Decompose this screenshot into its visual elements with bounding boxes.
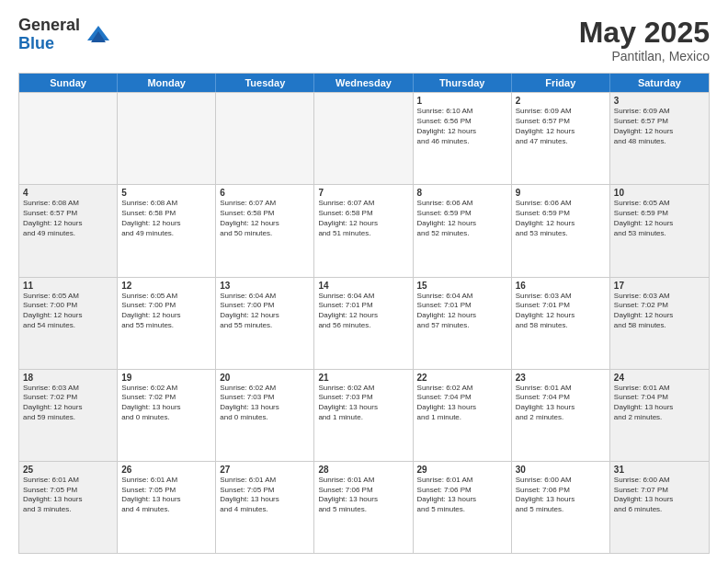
day-header-sunday: Sunday <box>19 74 118 92</box>
day-number: 21 <box>318 373 408 383</box>
cal-cell-25: 25Sunrise: 6:01 AM Sunset: 7:05 PM Dayli… <box>19 462 118 553</box>
logo: General Blue <box>18 17 111 53</box>
calendar: SundayMondayTuesdayWednesdayThursdayFrid… <box>18 73 710 554</box>
cal-cell-empty-0-0 <box>19 93 118 184</box>
day-info: Sunrise: 6:03 AM Sunset: 7:01 PM Dayligh… <box>516 292 606 331</box>
cal-cell-21: 21Sunrise: 6:02 AM Sunset: 7:03 PM Dayli… <box>314 370 413 461</box>
day-header-tuesday: Tuesday <box>216 74 314 92</box>
day-info: Sunrise: 6:02 AM Sunset: 7:03 PM Dayligh… <box>220 384 310 423</box>
day-info: Sunrise: 6:01 AM Sunset: 7:06 PM Dayligh… <box>318 476 408 515</box>
cal-cell-28: 28Sunrise: 6:01 AM Sunset: 7:06 PM Dayli… <box>314 462 413 553</box>
day-number: 22 <box>417 373 507 383</box>
day-number: 30 <box>516 465 606 475</box>
header: General Blue May 2025 Pantitlan, Mexico <box>18 17 710 63</box>
day-info: Sunrise: 6:07 AM Sunset: 6:58 PM Dayligh… <box>318 199 408 238</box>
day-number: 27 <box>220 465 310 475</box>
day-number: 16 <box>516 281 606 291</box>
cal-cell-20: 20Sunrise: 6:02 AM Sunset: 7:03 PM Dayli… <box>216 370 314 461</box>
day-info: Sunrise: 6:09 AM Sunset: 6:57 PM Dayligh… <box>614 107 705 146</box>
day-info: Sunrise: 6:04 AM Sunset: 7:01 PM Dayligh… <box>417 292 507 331</box>
day-number: 7 <box>318 188 408 198</box>
day-number: 10 <box>614 188 705 198</box>
cal-cell-23: 23Sunrise: 6:01 AM Sunset: 7:04 PM Dayli… <box>512 370 610 461</box>
logo-icon <box>85 22 111 48</box>
day-header-monday: Monday <box>118 74 216 92</box>
cal-cell-24: 24Sunrise: 6:01 AM Sunset: 7:04 PM Dayli… <box>610 370 709 461</box>
cal-cell-19: 19Sunrise: 6:02 AM Sunset: 7:02 PM Dayli… <box>118 370 216 461</box>
day-number: 24 <box>614 373 705 383</box>
location: Pantitlan, Mexico <box>579 49 710 63</box>
cal-cell-8: 8Sunrise: 6:06 AM Sunset: 6:59 PM Daylig… <box>414 185 512 276</box>
day-info: Sunrise: 6:08 AM Sunset: 6:58 PM Dayligh… <box>121 199 211 238</box>
day-info: Sunrise: 6:01 AM Sunset: 7:06 PM Dayligh… <box>417 476 507 515</box>
week-row-3: 11Sunrise: 6:05 AM Sunset: 7:00 PM Dayli… <box>19 277 709 369</box>
day-info: Sunrise: 6:06 AM Sunset: 6:59 PM Dayligh… <box>417 199 507 238</box>
logo-general: General <box>18 17 80 35</box>
day-number: 6 <box>220 188 310 198</box>
day-number: 4 <box>23 188 113 198</box>
day-info: Sunrise: 6:07 AM Sunset: 6:58 PM Dayligh… <box>220 199 310 238</box>
cal-cell-12: 12Sunrise: 6:05 AM Sunset: 7:00 PM Dayli… <box>118 278 216 369</box>
day-info: Sunrise: 6:04 AM Sunset: 7:00 PM Dayligh… <box>220 292 310 331</box>
cal-cell-30: 30Sunrise: 6:00 AM Sunset: 7:06 PM Dayli… <box>512 462 610 553</box>
cal-cell-31: 31Sunrise: 6:00 AM Sunset: 7:07 PM Dayli… <box>610 462 709 553</box>
day-number: 9 <box>516 188 606 198</box>
cal-cell-9: 9Sunrise: 6:06 AM Sunset: 6:59 PM Daylig… <box>512 185 610 276</box>
day-number: 14 <box>318 281 408 291</box>
day-number: 2 <box>516 96 606 106</box>
day-number: 19 <box>121 373 211 383</box>
day-info: Sunrise: 6:05 AM Sunset: 7:00 PM Dayligh… <box>23 292 113 331</box>
day-number: 31 <box>614 465 705 475</box>
cal-cell-27: 27Sunrise: 6:01 AM Sunset: 7:05 PM Dayli… <box>216 462 314 553</box>
cal-cell-empty-0-3 <box>314 93 413 184</box>
day-info: Sunrise: 6:10 AM Sunset: 6:56 PM Dayligh… <box>417 107 507 146</box>
cal-cell-1: 1Sunrise: 6:10 AM Sunset: 6:56 PM Daylig… <box>414 93 512 184</box>
cal-cell-18: 18Sunrise: 6:03 AM Sunset: 7:02 PM Dayli… <box>19 370 118 461</box>
day-number: 5 <box>121 188 211 198</box>
day-info: Sunrise: 6:02 AM Sunset: 7:04 PM Dayligh… <box>417 384 507 423</box>
cal-cell-11: 11Sunrise: 6:05 AM Sunset: 7:00 PM Dayli… <box>19 278 118 369</box>
cal-cell-3: 3Sunrise: 6:09 AM Sunset: 6:57 PM Daylig… <box>610 93 709 184</box>
cal-cell-22: 22Sunrise: 6:02 AM Sunset: 7:04 PM Dayli… <box>414 370 512 461</box>
day-info: Sunrise: 6:01 AM Sunset: 7:05 PM Dayligh… <box>23 476 113 515</box>
day-info: Sunrise: 6:01 AM Sunset: 7:04 PM Dayligh… <box>516 384 606 423</box>
day-number: 1 <box>417 96 507 106</box>
page: General Blue May 2025 Pantitlan, Mexico … <box>0 0 728 563</box>
day-header-thursday: Thursday <box>414 74 512 92</box>
title-block: May 2025 Pantitlan, Mexico <box>579 17 710 63</box>
day-number: 11 <box>23 281 113 291</box>
day-number: 28 <box>318 465 408 475</box>
logo-text: General Blue <box>18 17 80 53</box>
day-info: Sunrise: 6:03 AM Sunset: 7:02 PM Dayligh… <box>23 384 113 423</box>
week-row-4: 18Sunrise: 6:03 AM Sunset: 7:02 PM Dayli… <box>19 369 709 461</box>
cal-cell-13: 13Sunrise: 6:04 AM Sunset: 7:00 PM Dayli… <box>216 278 314 369</box>
cal-cell-empty-0-2 <box>216 93 314 184</box>
week-row-1: 1Sunrise: 6:10 AM Sunset: 6:56 PM Daylig… <box>19 92 709 184</box>
day-header-friday: Friday <box>512 74 610 92</box>
calendar-body: 1Sunrise: 6:10 AM Sunset: 6:56 PM Daylig… <box>19 92 709 553</box>
day-number: 25 <box>23 465 113 475</box>
cal-cell-4: 4Sunrise: 6:08 AM Sunset: 6:57 PM Daylig… <box>19 185 118 276</box>
day-info: Sunrise: 6:01 AM Sunset: 7:05 PM Dayligh… <box>220 476 310 515</box>
week-row-2: 4Sunrise: 6:08 AM Sunset: 6:57 PM Daylig… <box>19 184 709 276</box>
day-number: 13 <box>220 281 310 291</box>
cal-cell-17: 17Sunrise: 6:03 AM Sunset: 7:02 PM Dayli… <box>610 278 709 369</box>
cal-cell-14: 14Sunrise: 6:04 AM Sunset: 7:01 PM Dayli… <box>314 278 413 369</box>
logo-blue: Blue <box>18 35 80 53</box>
day-info: Sunrise: 6:05 AM Sunset: 6:59 PM Dayligh… <box>614 199 705 238</box>
day-info: Sunrise: 6:01 AM Sunset: 7:04 PM Dayligh… <box>614 384 705 423</box>
cal-cell-26: 26Sunrise: 6:01 AM Sunset: 7:05 PM Dayli… <box>118 462 216 553</box>
day-number: 15 <box>417 281 507 291</box>
day-info: Sunrise: 6:09 AM Sunset: 6:57 PM Dayligh… <box>516 107 606 146</box>
calendar-header: SundayMondayTuesdayWednesdayThursdayFrid… <box>19 74 709 92</box>
cal-cell-7: 7Sunrise: 6:07 AM Sunset: 6:58 PM Daylig… <box>314 185 413 276</box>
day-number: 12 <box>121 281 211 291</box>
cal-cell-2: 2Sunrise: 6:09 AM Sunset: 6:57 PM Daylig… <box>512 93 610 184</box>
day-number: 17 <box>614 281 705 291</box>
cal-cell-29: 29Sunrise: 6:01 AM Sunset: 7:06 PM Dayli… <box>414 462 512 553</box>
cal-cell-16: 16Sunrise: 6:03 AM Sunset: 7:01 PM Dayli… <box>512 278 610 369</box>
day-number: 18 <box>23 373 113 383</box>
cal-cell-15: 15Sunrise: 6:04 AM Sunset: 7:01 PM Dayli… <box>414 278 512 369</box>
day-info: Sunrise: 6:06 AM Sunset: 6:59 PM Dayligh… <box>516 199 606 238</box>
day-info: Sunrise: 6:01 AM Sunset: 7:05 PM Dayligh… <box>121 476 211 515</box>
